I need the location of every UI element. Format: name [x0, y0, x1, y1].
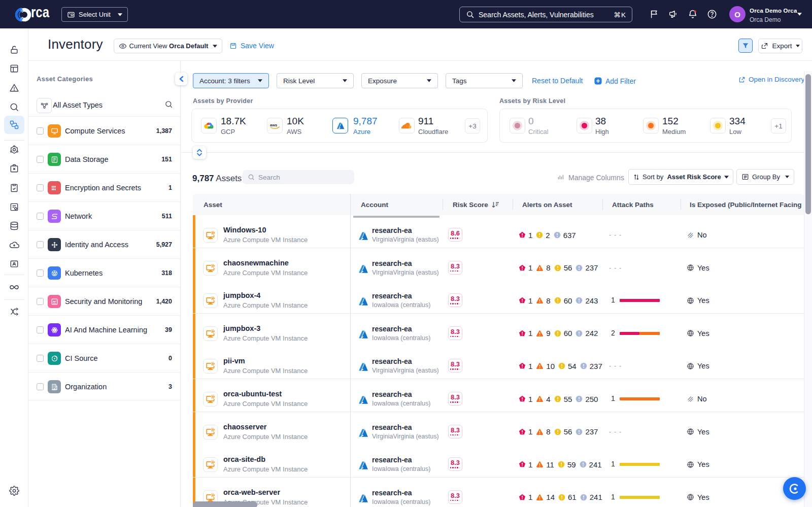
svg-text:aws: aws — [270, 122, 277, 127]
